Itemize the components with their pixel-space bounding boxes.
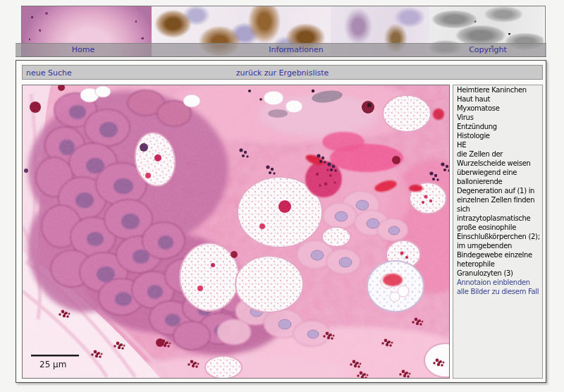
histology-image: 25 µm [22, 85, 450, 379]
content-frame: neue Suche zurück zur Ergebnisliste [16, 60, 546, 383]
case-etiology: Virus [453, 113, 542, 122]
case-animal-group: Heimtiere Kaninchen [453, 85, 542, 94]
all-case-images-link[interactable]: alle Bilder zu diesem Fall [453, 287, 542, 296]
case-description: die Zellen der Wurzelscheide weisen über… [453, 149, 542, 278]
nav-link-home[interactable]: Home [72, 45, 94, 54]
nav-link-informationen[interactable]: Informationen [269, 45, 323, 54]
back-to-results-link[interactable]: zurück zur Ergebnisliste [236, 68, 329, 78]
case-process: Entzündung [453, 122, 542, 131]
case-organ: Haut haut [453, 94, 542, 104]
case-diagnosis: Myxomatose [453, 104, 542, 113]
show-annotation-link[interactable]: Annotaion einblenden [453, 278, 542, 287]
case-technique: Histologie [453, 131, 542, 140]
main-navbar: Home Informationen Copyright [16, 43, 546, 57]
search-toolbar: neue Suche zurück zur Ergebnisliste [22, 65, 543, 80]
nav-link-copyright[interactable]: Copyright [469, 45, 507, 54]
scale-bar-label: 25 µm [39, 360, 66, 369]
case-stain: HE [453, 140, 542, 149]
new-search-link[interactable]: neue Suche [26, 68, 72, 78]
case-info-panel: Heimtiere Kaninchen Haut haut Myxomatose… [453, 85, 543, 379]
histology-svg: 25 µm [23, 85, 449, 378]
